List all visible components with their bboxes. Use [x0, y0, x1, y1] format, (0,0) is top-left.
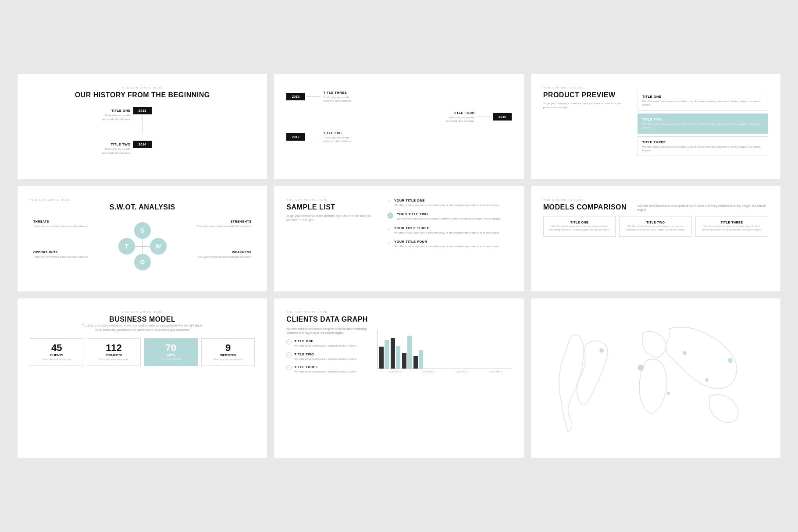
swot-o: O — [134, 254, 151, 270]
bar-dark-3 — [402, 353, 406, 369]
check-3: ✓ — [387, 227, 391, 231]
slide7-title: BUSINESS MODEL — [30, 315, 255, 323]
bar-dark-1 — [379, 347, 384, 369]
slide-grid: YOU CAN WRITE HERE OUR HISTORY FROM THE … — [18, 74, 780, 458]
slide3-left-body: To get your company's name out there, yo… — [543, 102, 629, 109]
tl3-badge: 2015 — [286, 93, 305, 100]
slide5-label: YOU CAN WRITE HERE — [286, 199, 381, 201]
tl1-body: That's why we providepoint and click sol… — [30, 113, 131, 121]
stats-grid: 45 CLIENTS That's why we provide point. … — [30, 338, 255, 366]
slide-world-map — [531, 298, 780, 458]
tl5-badge: 2017 — [286, 133, 305, 141]
slide-sample-list: YOU CAN WRITE HERE SAMPLE LIST To get yo… — [274, 186, 524, 291]
slide8-body: We offer small businesses a complete arr… — [286, 327, 372, 335]
preview-row-3: TITLE THREE We offer small businesses a … — [638, 136, 768, 156]
stat-projects: 112 PROJECTS That's why we provide point… — [87, 338, 140, 366]
slide5-title: SAMPLE LIST — [286, 203, 381, 211]
list-item-2: ✓ YOUR TITLE TWO We offer small business… — [387, 212, 512, 220]
bar-dark-2 — [391, 338, 395, 369]
graph-item-3: ✓ TITLE THREE We offer small businesses … — [286, 365, 372, 373]
comp-col-1: TITLE ONE We offer small businesses a co… — [543, 216, 616, 236]
bar-dark-4 — [413, 356, 418, 369]
tl1-title: TITLE ONE — [30, 109, 131, 113]
check-circle-3: ✓ — [286, 365, 292, 370]
bar-group-1 — [379, 340, 389, 369]
graph-labels: COMPANY 1 COMPANY 2 COMPANY 3 COMPANY 4 — [377, 370, 511, 373]
stat-clients: 45 CLIENTS That's why we provide point. — [30, 338, 83, 366]
tl4-badge: 2016 — [493, 113, 512, 121]
tl4-title: TITLE FOUR — [446, 111, 475, 115]
list-item-1: ✓ YOUR TITLE ONE We offer small business… — [387, 199, 512, 207]
tl4-body: That's why we providepoint and click sol… — [446, 116, 475, 123]
preview-row-2: TITLE TWO We offer small businesses a co… — [638, 113, 768, 134]
preview-row-1: TITLE ONE We offer small businesses a co… — [638, 91, 768, 111]
tl2-badge: 2014 — [133, 141, 152, 148]
swot-diamond: S W O T — [118, 222, 167, 270]
slide1-title: OUR HISTORY FROM THE BEGINNING — [30, 91, 255, 99]
check-circle-1: ✓ — [286, 339, 292, 344]
check-4: ✓ — [387, 240, 391, 245]
swot-w: W — [150, 238, 167, 255]
slide5-subtitle: To get your company's name out there, yo… — [286, 214, 381, 222]
check-1: ✓ — [387, 199, 391, 204]
map-dot-5 — [667, 392, 670, 395]
tl2-title-left: TITLE TWO — [30, 142, 131, 146]
slide6-label: YOU CAN WRITE HERE — [543, 199, 768, 201]
slide-swot: YOU CAN WRITE HERE S.W.OT. ANALYSIS THRE… — [18, 186, 267, 291]
bar-light-3 — [407, 336, 412, 369]
stat-apps: 70 APPS TITLE ONE COMPANY — [144, 338, 198, 366]
list-item-4: ✓ YOUR TITLE FOUR We offer small busines… — [387, 240, 512, 248]
map-svg — [543, 311, 768, 446]
slide4-title: S.W.OT. ANALYSIS — [30, 203, 255, 211]
slide-product-preview: YOU CAN WRITE HERE PRODUCT PREVIEW To ge… — [531, 74, 780, 179]
slide8-title: CLIENTS DATA GRAPH — [286, 315, 511, 323]
tl3-title: TITLE THREE — [323, 91, 352, 95]
list-item-3: ✓ YOUR TITLE THREE We offer small busine… — [387, 226, 512, 234]
bar-light-4 — [419, 350, 423, 369]
slide-clients-graph: YOU CAN WRITE HERE CLIENTS DATA GRAPH We… — [274, 298, 524, 458]
slide4-label: YOU CAN WRITE HERE — [30, 199, 255, 201]
tl5-body: That's why we providepoint and click sol… — [323, 136, 352, 143]
bar-group-4 — [413, 350, 423, 369]
graph-item-1: ✓ TITLE ONE We offer small businesses a … — [286, 339, 372, 348]
slide6-title: MODELS COMPARISON — [543, 203, 629, 211]
slide-timeline2: 2015 TITLE THREE That's why we providepo… — [274, 74, 524, 179]
tl5-title: TITLE FIVE — [323, 131, 352, 135]
tl3-body: That's why we providepoint and click sol… — [323, 96, 352, 103]
slide1-main-title: YOU CAN WRITE HERE OUR HISTORY FROM THE … — [30, 86, 255, 99]
slide7-desc: To get your company's name out there, yo… — [81, 323, 204, 332]
slide4-main-title: S.W.OT. ANALYSIS — [30, 203, 255, 211]
check-circle-2: ✓ — [286, 352, 292, 358]
graph-item-2: ✓ TITLE TWO We offer small businesses a … — [286, 352, 372, 361]
map-dot-6 — [728, 358, 733, 363]
swot-t: T — [118, 238, 135, 255]
slide-business-model: YOU CAN WRITE HERE BUSINESS MODEL To get… — [18, 298, 267, 458]
slide8-label: YOU CAN WRITE HERE — [286, 311, 511, 313]
slide1-label: YOU CAN WRITE HERE — [30, 86, 255, 89]
comp-col-2: TITLE TWO We offer small businesses a co… — [619, 216, 692, 236]
stat-websites: 9 WEBSITES That's why we provide point. — [201, 338, 255, 366]
slide-models-comparison: YOU CAN WRITE HERE MODELS COMPARISON We … — [531, 186, 780, 291]
tl2-body-left: That's why we providepoint and click sol… — [30, 147, 131, 155]
slide3-title: PRODUCT PREVIEW — [543, 91, 629, 99]
bar-light-2 — [396, 346, 400, 369]
tl1-badge: 2013 — [133, 107, 152, 114]
bar-group-2 — [391, 338, 400, 369]
slide3-label: YOU CAN WRITE HERE — [543, 86, 768, 89]
bar-light-1 — [385, 340, 389, 369]
slide6-body: We offer small businesses a complete arr… — [638, 204, 768, 212]
bar-chart — [377, 330, 511, 369]
slide-history: YOU CAN WRITE HERE OUR HISTORY FROM THE … — [18, 74, 267, 179]
world-map — [543, 311, 768, 446]
slide7-label: YOU CAN WRITE HERE — [30, 311, 255, 313]
bar-group-3 — [402, 336, 412, 369]
check-2: ✓ — [387, 213, 393, 219]
comp-col-3: TITLE THREE We offer small businesses a … — [695, 216, 768, 236]
swot-s: S — [134, 222, 151, 239]
